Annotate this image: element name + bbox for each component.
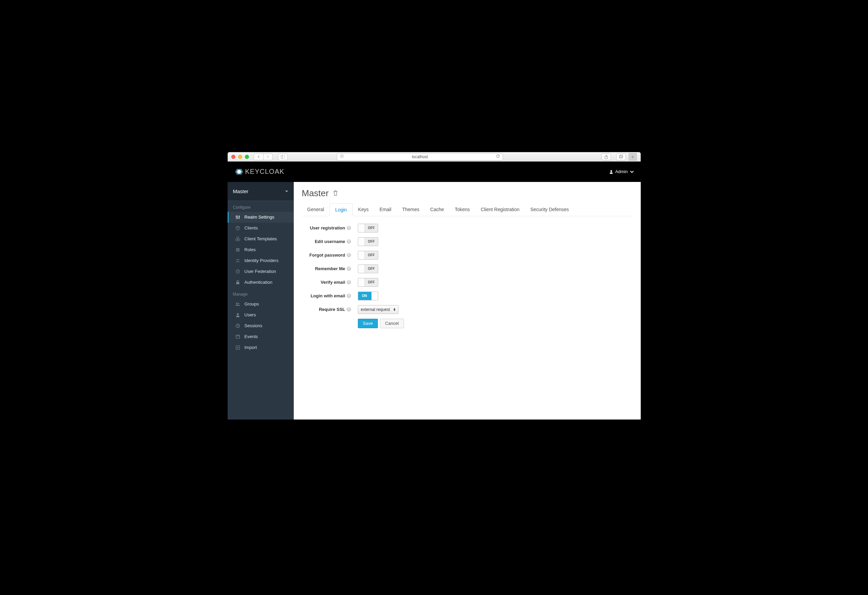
user-menu[interactable]: Admin <box>609 169 634 174</box>
share-button[interactable] <box>601 153 611 160</box>
sidebar-item-users[interactable]: Users <box>227 309 294 320</box>
sidebar-item-label: Realm Settings <box>245 215 275 220</box>
tab-client-registration[interactable]: Client Registration <box>475 203 525 216</box>
sidebar-item-identity-providers[interactable]: Identity Providers <box>227 255 294 266</box>
tabs-button[interactable] <box>616 153 626 160</box>
toggle-user-registration[interactable]: OFF <box>358 223 378 232</box>
sidebar-item-client-templates[interactable]: Client Templates <box>227 234 294 244</box>
save-button[interactable]: Save <box>358 319 378 328</box>
svg-rect-0 <box>281 155 285 158</box>
label-user-registration: User registration <box>310 225 345 231</box>
minimize-window-icon[interactable] <box>238 155 242 159</box>
svg-rect-27 <box>236 335 239 338</box>
toggle-edit-username[interactable]: OFF <box>358 237 378 246</box>
sidebar: Master Configure Realm Settings Clients … <box>227 182 294 419</box>
sidebar-item-roles[interactable]: Roles <box>227 244 294 255</box>
sidebar-item-label: Clients <box>245 225 258 231</box>
select-require-ssl[interactable]: external request ▲▼ <box>358 305 399 314</box>
svg-rect-7 <box>620 155 623 157</box>
sidebar-item-label: Authentication <box>245 280 272 285</box>
svg-point-24 <box>238 303 239 304</box>
sidebar-item-sessions[interactable]: Sessions <box>227 320 294 331</box>
sidebar-toggle-button[interactable] <box>278 153 288 160</box>
close-window-icon[interactable] <box>231 155 235 159</box>
new-tab-button[interactable]: + <box>629 153 637 161</box>
sidebar-item-user-federation[interactable]: User Federation <box>227 266 294 277</box>
help-icon[interactable]: ? <box>347 253 351 257</box>
sidebar-item-groups[interactable]: Groups <box>227 299 294 309</box>
tab-themes[interactable]: Themes <box>397 203 425 216</box>
help-icon[interactable]: ? <box>347 280 351 284</box>
svg-point-13 <box>237 217 238 218</box>
help-icon[interactable]: ? <box>347 226 351 230</box>
help-icon[interactable]: ? <box>347 239 351 244</box>
sliders-icon <box>235 215 241 220</box>
svg-rect-15 <box>235 239 237 241</box>
label-remember-me: Remember Me <box>315 266 345 271</box>
label-edit-username: Edit username <box>315 239 345 244</box>
list-icon <box>235 247 241 253</box>
tab-general[interactable]: General <box>302 203 330 216</box>
maximize-window-icon[interactable] <box>245 155 249 159</box>
toggle-value: ON <box>358 292 371 300</box>
sidebar-item-events[interactable]: Events <box>227 331 294 342</box>
address-host: localhost <box>412 154 428 159</box>
calendar-icon <box>235 334 241 339</box>
group-icon <box>235 301 241 307</box>
sidebar-item-label: Groups <box>245 301 259 306</box>
updown-icon: ▲▼ <box>393 308 396 311</box>
tabs: General Login Keys Email Themes Cache To… <box>302 203 633 216</box>
chevron-down-icon <box>630 170 634 174</box>
reload-icon[interactable] <box>496 154 500 159</box>
address-bar[interactable]: localhost <box>337 153 503 161</box>
delete-realm-button[interactable] <box>333 188 338 198</box>
user-name: Admin <box>615 169 628 174</box>
tab-login[interactable]: Login <box>329 203 353 216</box>
label-require-ssl: Require SSL <box>319 307 345 312</box>
back-button[interactable] <box>254 153 263 160</box>
help-icon[interactable]: ? <box>347 294 351 298</box>
exchange-icon <box>235 258 241 263</box>
svg-point-11 <box>610 170 612 172</box>
realm-selector[interactable]: Master <box>227 182 294 201</box>
sidebar-item-authentication[interactable]: Authentication <box>227 277 294 288</box>
svg-point-12 <box>236 216 237 217</box>
realm-name: Master <box>233 188 249 194</box>
cancel-button[interactable]: Cancel <box>380 319 404 328</box>
cube-icon <box>235 225 241 231</box>
tab-cache[interactable]: Cache <box>425 203 449 216</box>
tab-keys[interactable]: Keys <box>353 203 374 216</box>
brand-logo[interactable]: KEYCLOAK <box>235 167 285 176</box>
toggle-verify-email[interactable]: OFF <box>358 278 378 287</box>
import-icon <box>235 345 241 350</box>
toggle-value: OFF <box>365 278 378 286</box>
tab-security-defenses[interactable]: Security Defenses <box>525 203 574 216</box>
sidebar-item-clients[interactable]: Clients <box>227 223 294 234</box>
sidebar-item-realm-settings[interactable]: Realm Settings <box>227 212 294 223</box>
help-icon[interactable]: ? <box>347 307 351 312</box>
tab-email[interactable]: Email <box>374 203 397 216</box>
svg-rect-6 <box>619 156 622 158</box>
select-value: external request <box>361 307 390 312</box>
svg-rect-22 <box>236 282 239 284</box>
database-icon <box>235 269 241 274</box>
svg-point-23 <box>236 302 238 304</box>
label-verify-email: Verify email <box>320 280 345 285</box>
svg-rect-16 <box>238 239 239 241</box>
sidebar-item-import[interactable]: Import <box>227 342 294 353</box>
tab-tokens[interactable]: Tokens <box>449 203 475 216</box>
toggle-login-with-email[interactable]: ON <box>358 292 378 300</box>
toggle-value: OFF <box>365 224 378 232</box>
lock-icon <box>235 280 241 285</box>
label-forgot-password: Forgot password <box>309 253 345 258</box>
toggle-forgot-password[interactable]: OFF <box>358 251 378 260</box>
sidebar-item-label: Sessions <box>245 323 263 328</box>
login-form: User registration? OFF Edit username? OF… <box>302 223 633 328</box>
sidebar-item-label: Events <box>245 334 258 339</box>
svg-point-25 <box>237 313 238 315</box>
help-icon[interactable]: ? <box>347 266 351 271</box>
forward-button[interactable] <box>263 153 273 160</box>
keycloak-icon <box>235 167 244 176</box>
toggle-remember-me[interactable]: OFF <box>358 264 378 273</box>
svg-point-14 <box>239 216 240 217</box>
